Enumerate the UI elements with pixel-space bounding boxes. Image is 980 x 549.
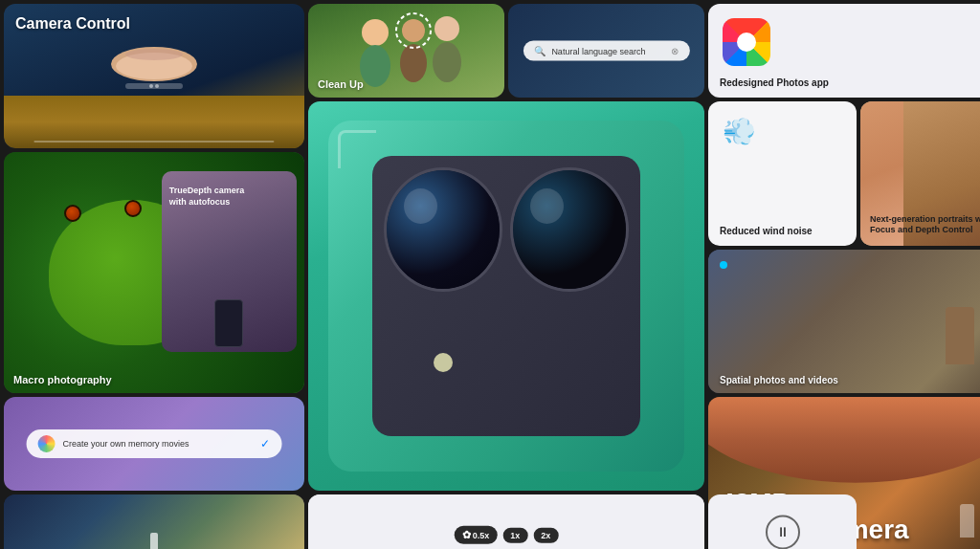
photos-app-title: Redesigned Photos app: [720, 77, 980, 88]
corner-highlight: [338, 130, 376, 168]
frog-eye-right: [124, 200, 142, 217]
main-grid: Camera Control: [0, 0, 980, 549]
person-silhouette: [946, 307, 974, 364]
lens-05x-label: 0.5x: [473, 531, 490, 540]
portrait-text-area: Next-generation portraits with Focus and…: [870, 106, 980, 236]
portrait-background: Next-generation portraits with Focus and…: [860, 101, 980, 246]
flash-element: [434, 353, 453, 372]
search-bar[interactable]: 🔍 Natural language search ⊗: [523, 41, 689, 61]
memory-checkmark: ✓: [260, 437, 270, 450]
svg-point-10: [434, 16, 459, 41]
landscape-bg: [4, 96, 304, 148]
svg-point-2: [125, 49, 183, 60]
search-icon: 🔍: [534, 46, 546, 56]
camera-control-title: Camera Control: [15, 15, 130, 33]
camera-control-card: Camera Control: [4, 4, 304, 148]
search-input-text: Natural language search: [551, 46, 645, 55]
lens-btn-05x[interactable]: ✿ 0.5x: [455, 526, 498, 544]
mic-icon: ⊗: [671, 46, 679, 56]
macro-title: Macro photography: [13, 374, 295, 385]
natural-search-card: 🔍 Natural language search ⊗: [508, 4, 704, 98]
portraits-title: Next-generation portraits with Focus and…: [870, 214, 980, 236]
truedepth-overlay: TrueDepth camerawith autofocus: [162, 171, 297, 352]
photos-app-card: Redesigned Photos app: [708, 4, 980, 98]
beach-person: [150, 533, 158, 549]
spatial-title: Spatial photos and videos: [720, 375, 980, 385]
ultrawide-card: New Ultra Wide with autofocus: [4, 494, 304, 549]
memory-input-text: Create your own memory movies: [63, 439, 254, 449]
lens-2x-label: 2x: [541, 531, 550, 540]
main-lens: [384, 167, 502, 293]
lens-module: [372, 156, 639, 436]
memory-card: Create your own memory movies ✓: [4, 397, 304, 491]
pause-recording-card: ⏸ Pause video recording: [708, 494, 857, 549]
camera-body: [328, 121, 685, 471]
four-lenses-card: ✿ 0.5x 1x 2x Four lenses in your pocket: [308, 494, 704, 549]
spatial-scene: [708, 250, 980, 393]
wind-noise-title: Reduced wind noise: [720, 226, 845, 236]
svg-point-9: [400, 44, 427, 82]
truedepth-label: TrueDepth camerawith autofocus: [169, 186, 245, 208]
svg-point-6: [362, 19, 389, 46]
svg-rect-3: [125, 83, 183, 89]
portraits-card: Next-generation portraits with Focus and…: [860, 101, 980, 246]
lens-btn-2x[interactable]: 2x: [533, 528, 558, 543]
svg-point-4: [149, 84, 153, 88]
svg-point-8: [402, 19, 425, 42]
finger-svg: [97, 45, 212, 102]
clean-up-title: Clean Up: [318, 78, 495, 90]
lens-btn-1x[interactable]: 1x: [502, 528, 527, 543]
spatial-card: Spatial photos and videos: [708, 250, 980, 393]
secondary-lens: [510, 167, 629, 293]
flower-icon: ✿: [462, 529, 471, 541]
clean-up-card: Clean Up: [308, 4, 504, 98]
svg-point-5: [155, 84, 159, 88]
macro-card: TrueDepth camerawith autofocus Macro pho…: [4, 152, 304, 393]
lens-1x-label: 1x: [510, 531, 520, 540]
frog-background: TrueDepth camerawith autofocus: [4, 152, 304, 393]
pause-button-circle[interactable]: ⏸: [766, 515, 800, 549]
wind-noise-card: 💨 Reduced wind noise: [708, 101, 857, 246]
photos-icon: [723, 18, 770, 66]
photos-icon-inner: [737, 33, 756, 52]
lens-small-container: [510, 299, 629, 425]
camera-lens-container: [308, 101, 704, 491]
spatial-indicator: [720, 261, 727, 269]
lens-buttons-container: ✿ 0.5x 1x 2x: [455, 520, 559, 549]
wind-icon: 💨: [723, 116, 756, 147]
center-camera-card: [308, 101, 704, 491]
memory-input-bar[interactable]: Create your own memory movies ✓: [27, 429, 282, 458]
svg-point-11: [433, 42, 461, 82]
horizon-line: [33, 141, 274, 143]
memory-icon: [38, 435, 56, 452]
spatial-background: [708, 250, 980, 393]
